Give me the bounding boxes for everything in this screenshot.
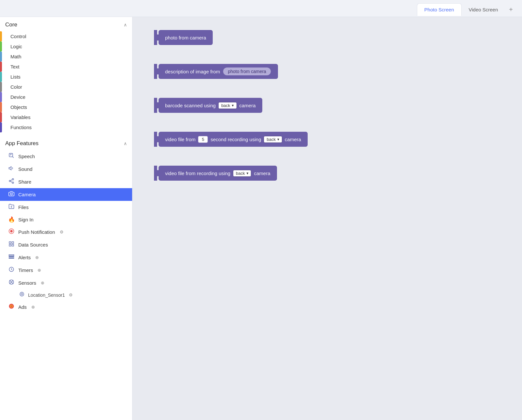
sidebar-item-label: Math (10, 54, 21, 59)
push-notification-icon (8, 228, 15, 236)
block1-text: photo from camera (165, 35, 206, 40)
timers-icon (8, 266, 15, 274)
sidebar-item-camera[interactable]: Camera (0, 188, 132, 201)
sound-icon (8, 165, 15, 173)
sidebar-item-functions[interactable]: Functions (0, 122, 132, 132)
sidebar-item-location-sensor1[interactable]: Location_Sensor1 ⚙ (0, 289, 132, 301)
speech-label: Speech (18, 154, 35, 159)
ads-icon (8, 303, 15, 311)
sidebar-item-lists[interactable]: Lists (0, 72, 132, 82)
block-wrap-5: video file from recording using back ▼ c… (149, 166, 506, 190)
svg-point-27 (11, 306, 12, 307)
ads-add-icon[interactable]: ⊕ (31, 305, 35, 309)
block-wrap-1: photo from camera (149, 30, 506, 55)
data-sources-icon (8, 241, 15, 248)
tab-video-screen[interactable]: Video Screen (462, 4, 505, 16)
sidebar-item-alerts[interactable]: Alerts ⊕ (0, 251, 132, 264)
block-wrap-4: video file from 5 second recording using… (149, 132, 506, 157)
sidebar-item-control[interactable]: Control (0, 31, 132, 41)
svg-point-7 (10, 193, 12, 195)
block3-dropdown[interactable]: back ▼ (218, 102, 237, 109)
block-video-file-recording[interactable]: video file from recording using back ▼ c… (159, 166, 277, 181)
svg-point-24 (20, 292, 24, 296)
tab-bar: Photo Screen Video Screen + (0, 0, 522, 17)
ads-label: Ads (18, 304, 27, 310)
svg-rect-13 (12, 242, 14, 243)
svg-rect-18 (9, 258, 14, 259)
tab-add-button[interactable]: + (505, 4, 517, 15)
block-barcode-scanned[interactable]: barcode scanned using back ▼ camera (159, 98, 262, 113)
sidebar-item-label: Variables (10, 114, 30, 120)
app-features-label: App Features (5, 140, 38, 147)
chevron-down-icon: ▼ (246, 172, 249, 175)
sensors-add-icon[interactable]: ⊕ (41, 280, 44, 285)
sidebar-item-timers[interactable]: Timers ⊕ (0, 264, 132, 277)
location-sensor-gear-icon[interactable]: ⚙ (69, 292, 73, 297)
block4-middle: second recording using (210, 137, 261, 142)
chevron-down-icon: ▼ (277, 138, 280, 141)
sidebar-item-signin[interactable]: 🔥 Sign In (0, 214, 132, 226)
push-notification-gear-icon[interactable]: ⚙ (60, 230, 64, 234)
speech-icon (8, 153, 15, 160)
sensors-label: Sensors (18, 280, 36, 286)
sidebar-item-label: Objects (10, 104, 27, 110)
sidebar-item-label: Device (10, 94, 25, 100)
block3-suffix: camera (239, 103, 256, 108)
block2-pill[interactable]: photo from camera (223, 68, 271, 75)
sidebar: Core ∧ Control Logic Math Text Lists (0, 17, 132, 420)
block-wrap-3: barcode scanned using back ▼ camera (149, 98, 506, 123)
core-chevron[interactable]: ∧ (124, 22, 127, 27)
block4-number[interactable]: 5 (198, 136, 208, 143)
block-wrap-2: description of image from photo from cam… (149, 64, 506, 89)
sidebar-item-math[interactable]: Math (0, 52, 132, 62)
main-layout: Core ∧ Control Logic Math Text Lists (0, 17, 522, 420)
block4-suffix: camera (285, 137, 301, 142)
alerts-label: Alerts (18, 255, 31, 260)
sidebar-item-data-sources[interactable]: Data Sources (0, 238, 132, 251)
block5-prefix: video file from recording using (165, 171, 230, 176)
sidebar-item-sensors[interactable]: Sensors ⊕ (0, 277, 132, 289)
timers-label: Timers (18, 267, 33, 273)
sidebar-item-label: Text (10, 64, 20, 69)
sidebar-item-objects[interactable]: Objects (0, 102, 132, 112)
signin-label: Sign In (18, 217, 34, 222)
files-label: Files (18, 204, 29, 210)
files-icon (8, 203, 15, 211)
block-video-file-timed[interactable]: video file from 5 second recording using… (159, 132, 308, 147)
chevron-down-icon: ▼ (231, 104, 235, 107)
sidebar-item-label: Control (10, 34, 26, 39)
sound-label: Sound (18, 166, 32, 172)
block5-dropdown[interactable]: back ▼ (233, 170, 251, 177)
sidebar-item-color[interactable]: Color (0, 82, 132, 92)
tab-photo-screen[interactable]: Photo Screen (417, 3, 462, 16)
timers-add-icon[interactable]: ⊕ (38, 268, 41, 273)
block-description-of-image[interactable]: description of image from photo from cam… (159, 64, 278, 79)
sidebar-item-sound[interactable]: Sound (0, 163, 132, 175)
push-notification-label: Push Notification (18, 229, 55, 235)
svg-point-11 (10, 230, 12, 232)
sidebar-item-label: Color (10, 84, 22, 90)
sidebar-item-share[interactable]: Share (0, 175, 132, 188)
svg-point-2 (12, 179, 14, 180)
svg-rect-14 (9, 245, 11, 246)
sidebar-item-logic[interactable]: Logic (0, 41, 132, 52)
sidebar-item-ads[interactable]: Ads ⊕ (0, 301, 132, 313)
location-sensor-label: Location_Sensor1 (28, 292, 65, 298)
sidebar-item-variables[interactable]: Variables (0, 112, 132, 122)
sidebar-item-files[interactable]: Files (0, 201, 132, 214)
block-photo-from-camera[interactable]: photo from camera (159, 30, 213, 45)
sidebar-item-label: Lists (10, 74, 21, 80)
sidebar-item-text[interactable]: Text (0, 62, 132, 72)
svg-rect-16 (9, 255, 14, 256)
sidebar-item-device[interactable]: Device (0, 92, 132, 102)
sidebar-item-push-notification[interactable]: Push Notification ⚙ (0, 226, 132, 238)
block4-dropdown[interactable]: back ▼ (264, 136, 282, 143)
svg-point-23 (21, 293, 23, 295)
canvas-area: photo from camera description of image f… (132, 17, 522, 420)
app-features-chevron[interactable]: ∧ (124, 141, 127, 146)
sidebar-item-speech[interactable]: Speech (0, 150, 132, 163)
app-features-section-header: App Features ∧ (0, 136, 132, 150)
svg-rect-17 (9, 256, 14, 257)
alerts-add-icon[interactable]: ⊕ (35, 255, 39, 260)
svg-line-6 (10, 180, 12, 181)
